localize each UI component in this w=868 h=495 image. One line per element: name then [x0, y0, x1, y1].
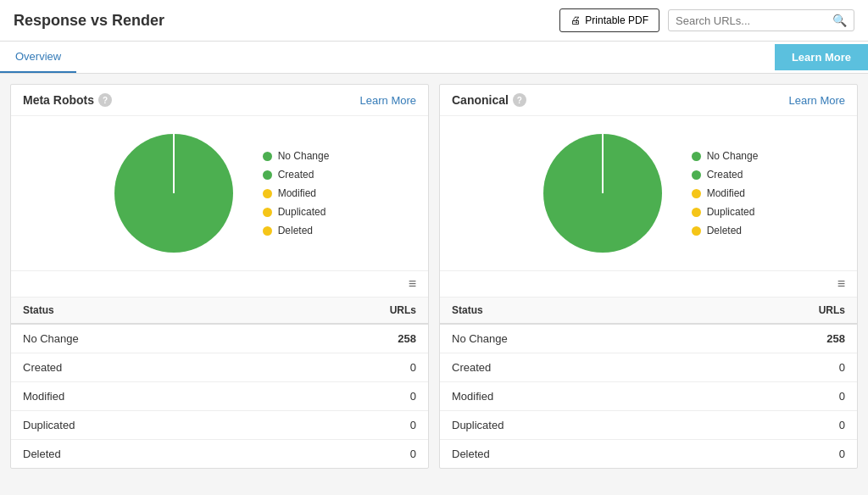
- meta-robots-chart-footer: ≡: [11, 270, 428, 297]
- urls-cell: 258: [695, 324, 857, 353]
- legend-dot-created: [263, 170, 272, 180]
- tab-bar: Overview Learn More: [0, 42, 868, 74]
- status-cell: Duplicated: [11, 411, 266, 440]
- canonical-table: Status URLs No Change258Created0Modified…: [440, 298, 857, 468]
- canonical-legend-duplicated: Duplicated: [692, 206, 759, 218]
- legend-dot-duplicated: [263, 208, 272, 217]
- canonical-pie: [539, 130, 666, 257]
- meta-robots-chart-area: No Change Created Modified Duplicated De…: [11, 116, 428, 270]
- canonical-chart-area: No Change Created Modified Duplicated De…: [440, 116, 857, 270]
- meta-robots-col-urls: URLs: [266, 298, 428, 324]
- canonical-chart-footer: ≡: [440, 270, 857, 297]
- meta-robots-table-area: Status URLs No Change258Created0Modified…: [11, 297, 428, 468]
- table-row: Deleted0: [440, 440, 857, 469]
- meta-robots-learn-more[interactable]: Learn More: [360, 94, 416, 107]
- canonical-header: Canonical ? Learn More: [440, 85, 857, 116]
- tab-overview[interactable]: Overview: [0, 42, 76, 73]
- meta-robots-table: Status URLs No Change258Created0Modified…: [11, 298, 428, 468]
- canonical-legend-modified: Modified: [692, 187, 759, 199]
- canonical-panel: Canonical ? Learn More No Change Create: [439, 84, 858, 469]
- canonical-dot-deleted: [692, 226, 701, 236]
- canonical-legend-deleted: Deleted: [692, 225, 759, 236]
- canonical-title: Canonical ?: [452, 93, 526, 107]
- meta-robots-pie: [110, 130, 237, 257]
- status-cell: Modified: [11, 382, 266, 411]
- page-title: Response vs Render: [14, 12, 164, 30]
- meta-robots-header: Meta Robots ? Learn More: [11, 85, 428, 116]
- status-cell: Duplicated: [440, 411, 695, 440]
- urls-cell: 0: [695, 382, 857, 411]
- meta-robots-help-icon[interactable]: ?: [98, 93, 112, 107]
- table-row: Duplicated0: [440, 411, 857, 440]
- status-cell: Deleted: [440, 440, 695, 469]
- table-row: No Change258: [440, 324, 857, 353]
- printable-pdf-button[interactable]: 🖨 Printable PDF: [559, 8, 659, 32]
- urls-cell: 0: [695, 440, 857, 469]
- search-box: 🔍: [668, 9, 854, 31]
- urls-cell: 0: [266, 353, 428, 382]
- table-row: Modified0: [440, 382, 857, 411]
- urls-cell: 0: [266, 411, 428, 440]
- canonical-table-area: Status URLs No Change258Created0Modified…: [440, 297, 857, 468]
- status-cell: No Change: [440, 324, 695, 353]
- canonical-legend-no-change: No Change: [692, 150, 759, 162]
- top-bar: Response vs Render 🖨 Printable PDF 🔍: [0, 0, 868, 42]
- meta-robots-panel: Meta Robots ? Learn More No Change: [10, 84, 429, 469]
- canonical-legend-created: Created: [692, 169, 759, 181]
- legend-item-deleted: Deleted: [263, 225, 330, 236]
- learn-more-button-top[interactable]: Learn More: [775, 44, 868, 70]
- legend-item-modified: Modified: [263, 187, 330, 199]
- meta-robots-legend: No Change Created Modified Duplicated De…: [263, 150, 330, 236]
- status-cell: Modified: [440, 382, 695, 411]
- status-cell: No Change: [11, 324, 266, 353]
- urls-cell: 258: [266, 324, 428, 353]
- canonical-dot-created: [692, 170, 701, 180]
- legend-dot-no-change: [263, 152, 272, 161]
- main-content: Meta Robots ? Learn More No Change: [0, 74, 868, 479]
- table-row: Created0: [11, 353, 428, 382]
- canonical-dot-modified: [692, 189, 701, 198]
- canonical-help-icon[interactable]: ?: [513, 93, 526, 107]
- print-icon: 🖨: [570, 14, 581, 26]
- canonical-col-status: Status: [440, 298, 695, 324]
- status-cell: Created: [11, 353, 266, 382]
- table-row: Modified0: [11, 382, 428, 411]
- canonical-hamburger-icon[interactable]: ≡: [837, 276, 845, 292]
- legend-dot-deleted: [263, 226, 272, 236]
- table-row: Deleted0: [11, 440, 428, 469]
- urls-cell: 0: [266, 440, 428, 469]
- urls-cell: 0: [695, 353, 857, 382]
- legend-item-created: Created: [263, 169, 330, 181]
- legend-item-no-change: No Change: [263, 150, 330, 162]
- legend-item-duplicated: Duplicated: [263, 206, 330, 218]
- canonical-col-urls: URLs: [695, 298, 857, 324]
- canonical-dot-duplicated: [692, 208, 701, 217]
- legend-dot-modified: [263, 189, 272, 198]
- canonical-learn-more[interactable]: Learn More: [789, 94, 845, 107]
- table-row: Duplicated0: [11, 411, 428, 440]
- top-bar-right: 🖨 Printable PDF 🔍: [559, 8, 854, 32]
- canonical-legend: No Change Created Modified Duplicated De…: [692, 150, 759, 236]
- urls-cell: 0: [695, 411, 857, 440]
- status-cell: Created: [440, 353, 695, 382]
- search-icon: 🔍: [832, 14, 847, 27]
- urls-cell: 0: [266, 382, 428, 411]
- status-cell: Deleted: [11, 440, 266, 469]
- search-input[interactable]: [676, 14, 832, 27]
- table-row: No Change258: [11, 324, 428, 353]
- meta-robots-col-status: Status: [11, 298, 266, 324]
- canonical-dot-no-change: [692, 152, 701, 161]
- meta-robots-title: Meta Robots ?: [23, 93, 112, 107]
- table-row: Created0: [440, 353, 857, 382]
- hamburger-icon[interactable]: ≡: [409, 276, 416, 292]
